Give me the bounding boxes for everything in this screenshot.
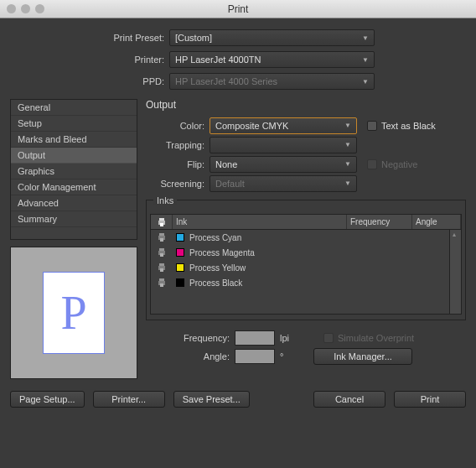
freq-column-header[interactable]: Frequency	[347, 215, 412, 229]
preview-glyph: P	[60, 286, 86, 340]
chevron-down-icon: ▼	[362, 56, 369, 64]
ink-row[interactable]: Process Yellow	[151, 260, 449, 275]
svg-rect-8	[160, 253, 163, 257]
svg-rect-2	[160, 223, 163, 226]
print-preset-label: Print Preset:	[69, 33, 169, 43]
print-preset-value: [Custom]	[175, 33, 212, 43]
text-as-black-label: Text as Black	[381, 121, 436, 131]
chevron-down-icon: ▼	[344, 160, 351, 168]
screening-dropdown: Default ▼	[210, 175, 357, 192]
trapping-label: Trapping:	[146, 140, 210, 150]
chevron-down-icon: ▼	[362, 78, 369, 86]
chevron-down-icon: ▼	[344, 122, 351, 129]
trapping-dropdown: ▼	[210, 137, 357, 153]
svg-rect-11	[160, 268, 163, 272]
simulate-overprint-checkbox: Simulate Overprint	[323, 333, 414, 343]
printer-dropdown[interactable]: HP LaserJet 4000TN ▼	[169, 51, 375, 68]
printer-icon	[151, 263, 173, 272]
negative-checkbox: Negative	[367, 159, 417, 169]
print-label: Print	[421, 394, 440, 404]
sidebar-item-setup[interactable]: Setup	[11, 116, 137, 132]
sidebar-item-graphics[interactable]: Graphics	[11, 164, 137, 179]
svg-rect-14	[160, 283, 163, 287]
color-label: Color:	[146, 121, 210, 131]
ink-row[interactable]: Process Magenta	[151, 245, 449, 260]
sidebar-item-summary[interactable]: Summary	[11, 211, 137, 227]
inks-scrollbar[interactable]	[449, 230, 461, 314]
page-setup-label: Page Setup...	[19, 394, 75, 404]
ink-name: Process Magenta	[173, 248, 335, 257]
ink-name: Process Black	[173, 278, 335, 288]
print-button[interactable]: Print	[394, 391, 466, 408]
angle-field[interactable]	[235, 349, 275, 364]
ink-swatch	[176, 233, 184, 242]
save-preset-label: Save Preset...	[183, 394, 241, 404]
screening-label: Screening:	[146, 179, 210, 189]
ink-row[interactable]: Process Cyan	[151, 230, 449, 245]
printer-value: HP LaserJet 4000TN	[175, 55, 261, 65]
flip-label: Flip:	[146, 159, 210, 169]
cancel-label: Cancel	[335, 394, 364, 404]
checkbox-icon	[323, 333, 334, 343]
sidebar-item-output[interactable]: Output	[11, 148, 137, 164]
color-dropdown[interactable]: Composite CMYK ▼	[210, 117, 357, 134]
svg-rect-5	[160, 238, 163, 242]
ink-swatch	[176, 278, 184, 287]
page-preview: P	[10, 247, 137, 379]
simulate-overprint-label: Simulate Overprint	[338, 333, 414, 343]
printer-icon	[151, 248, 173, 257]
sidebar-item-advanced[interactable]: Advanced	[11, 195, 137, 211]
chevron-down-icon: ▼	[362, 34, 369, 42]
text-as-black-checkbox[interactable]: Text as Black	[367, 121, 436, 131]
inks-table: Ink Frequency Angle Process CyanProcess …	[150, 214, 462, 315]
chevron-down-icon: ▼	[344, 179, 351, 187]
angle-column-header[interactable]: Angle	[412, 215, 461, 229]
printer-button[interactable]: Printer...	[93, 391, 165, 408]
printer-btn-label: Printer...	[111, 394, 146, 404]
ppd-value: HP LaserJet 4000 Series	[175, 76, 277, 86]
flip-value: None	[215, 159, 237, 169]
output-section-title: Output	[146, 99, 466, 111]
printer-label: Printer:	[69, 55, 169, 65]
sidebar-item-general[interactable]: General	[11, 100, 137, 116]
save-preset-button[interactable]: Save Preset...	[173, 391, 250, 408]
angle-unit: °	[280, 351, 295, 361]
cancel-button[interactable]: Cancel	[313, 391, 385, 408]
ppd-dropdown[interactable]: HP LaserJet 4000 Series ▼	[169, 73, 375, 90]
print-column-header[interactable]	[151, 215, 173, 229]
printer-icon	[151, 233, 173, 242]
screening-value: Default	[215, 179, 245, 189]
svg-rect-1	[159, 218, 164, 221]
window-title: Print	[0, 3, 476, 15]
chevron-down-icon: ▼	[344, 141, 351, 148]
titlebar: Print	[0, 0, 476, 18]
frequency-field[interactable]	[235, 330, 275, 346]
svg-rect-10	[159, 263, 164, 266]
frequency-label: Frequency:	[146, 333, 230, 343]
svg-rect-4	[159, 233, 164, 236]
ink-manager-button[interactable]: Ink Manager...	[313, 348, 412, 365]
angle-label: Angle:	[146, 351, 230, 361]
checkbox-icon	[367, 159, 377, 169]
checkbox-icon	[367, 121, 377, 131]
ink-swatch	[176, 248, 184, 257]
ink-manager-label: Ink Manager...	[334, 351, 392, 361]
ink-column-header[interactable]: Ink	[173, 215, 347, 229]
printer-icon	[151, 278, 173, 287]
svg-rect-13	[159, 278, 164, 281]
preview-page: P	[43, 272, 105, 354]
category-sidebar: GeneralSetupMarks and BleedOutputGraphic…	[10, 99, 137, 240]
color-value: Composite CMYK	[215, 121, 288, 131]
print-preset-dropdown[interactable]: [Custom] ▼	[169, 29, 375, 46]
ink-swatch	[176, 263, 184, 272]
ink-name: Process Yellow	[173, 263, 335, 273]
inks-panel-title: Inks	[153, 195, 177, 205]
flip-dropdown[interactable]: None ▼	[210, 156, 357, 173]
ink-row[interactable]: Process Black	[151, 275, 449, 290]
ppd-label: PPD:	[69, 76, 169, 86]
frequency-unit: lpi	[280, 333, 295, 343]
page-setup-button[interactable]: Page Setup...	[10, 391, 85, 408]
sidebar-item-color-management[interactable]: Color Management	[11, 179, 137, 195]
svg-rect-7	[159, 248, 164, 251]
sidebar-item-marks-and-bleed[interactable]: Marks and Bleed	[11, 132, 137, 148]
